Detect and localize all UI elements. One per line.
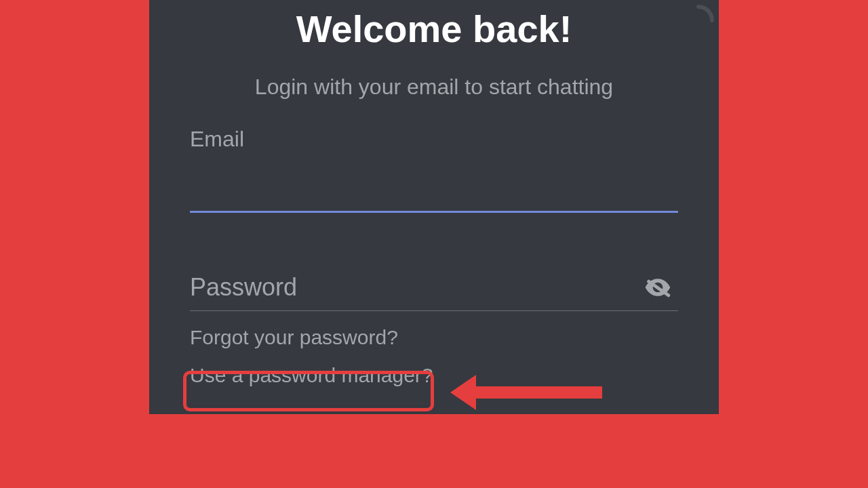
email-label: Email <box>190 127 678 152</box>
email-input[interactable] <box>190 172 678 211</box>
page-title: Welcome back! <box>190 0 678 51</box>
email-input-wrap <box>190 172 678 213</box>
forgot-password-link[interactable]: Forgot your password? <box>190 326 398 349</box>
annotation-arrow <box>473 386 602 399</box>
email-field-group: Email <box>190 127 678 213</box>
eye-off-icon[interactable] <box>643 272 673 302</box>
spinner-icon <box>682 4 715 37</box>
page-subtitle: Login with your email to start chatting <box>190 75 678 100</box>
password-field-group[interactable]: Password <box>190 270 678 311</box>
password-placeholder: Password <box>190 273 297 302</box>
password-manager-link[interactable]: Use a password manager? <box>190 364 678 387</box>
login-panel: Welcome back! Login with your email to s… <box>149 0 719 414</box>
